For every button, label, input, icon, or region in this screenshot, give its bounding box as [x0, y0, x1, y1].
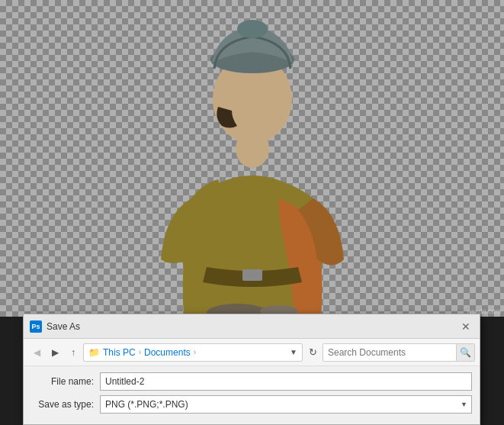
savetype-wrapper[interactable]: PNG (*.PNG;*.PNG) JPEG (*.JPG;*.JPEG) PS… [100, 395, 472, 414]
breadcrumb-sep-2: › [194, 348, 196, 356]
breadcrumb-documents[interactable]: Documents [144, 347, 191, 358]
filename-label: File name: [31, 376, 100, 387]
nav-bar: ◀ ▶ ↑ 📁 This PC › Documents › ▼ ↻ 🔍 [24, 339, 480, 366]
canvas-area: wsxdn.com [0, 0, 504, 317]
breadcrumb-bar[interactable]: 📁 This PC › Documents › ▼ [83, 343, 303, 362]
close-button[interactable]: ✕ [458, 319, 474, 334]
savetype-row: Save as type: PNG (*.PNG;*.PNG) JPEG (*.… [31, 395, 472, 414]
save-as-dialog: Ps Save As ✕ ◀ ▶ ↑ 📁 This PC › Documents… [23, 314, 480, 425]
breadcrumb-this-pc[interactable]: This PC [103, 347, 136, 358]
savetype-select[interactable]: PNG (*.PNG;*.PNG) JPEG (*.JPG;*.JPEG) PS… [100, 395, 472, 414]
filename-row: File name: [31, 372, 472, 391]
search-input[interactable] [323, 344, 456, 361]
breadcrumb-sep-1: › [139, 348, 141, 356]
search-button[interactable]: 🔍 [456, 344, 474, 361]
ps-icon: Ps [30, 320, 42, 333]
dialog-titlebar: Ps Save As ✕ [24, 314, 480, 339]
folder-icon: 📁 [88, 347, 100, 358]
breadcrumb-dropdown[interactable]: ▼ [290, 348, 297, 356]
forward-button[interactable]: ▶ [47, 344, 63, 361]
figure-container [0, 0, 504, 317]
filename-input[interactable] [100, 372, 472, 391]
figure-svg [119, 0, 386, 317]
svg-rect-1 [242, 269, 262, 281]
savetype-label: Save as type: [31, 399, 100, 410]
form-area: File name: Save as type: PNG (*.PNG;*.PN… [24, 366, 480, 424]
refresh-button[interactable]: ↻ [304, 344, 321, 361]
search-box[interactable]: 🔍 [323, 343, 475, 362]
svg-point-5 [237, 20, 268, 38]
up-button[interactable]: ↑ [65, 344, 82, 361]
dialog-title: Save As [47, 321, 458, 332]
back-button[interactable]: ◀ [28, 344, 45, 361]
